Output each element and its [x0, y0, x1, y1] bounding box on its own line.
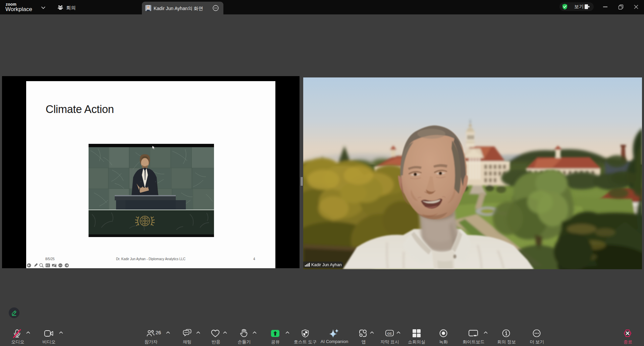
svg-text:CC: CC — [387, 332, 392, 335]
